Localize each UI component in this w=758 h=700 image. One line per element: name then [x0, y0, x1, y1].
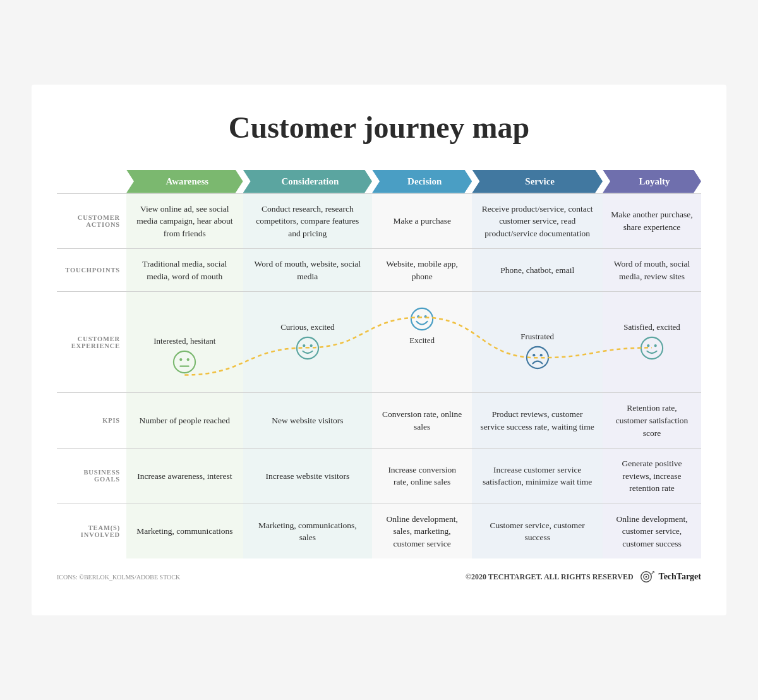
cell-r0-c3: Receive product/service, contact custome…	[472, 193, 603, 249]
smiley-smile-4	[640, 336, 664, 364]
stage-arrow-awareness: Awareness	[126, 170, 243, 193]
cell-r5-c2: Online development, sales, marketing, cu…	[372, 504, 472, 558]
cell-r3-c4: Retention rate, customer satisfaction sc…	[603, 393, 701, 449]
cell-r3-c2: Conversion rate, online sales	[372, 393, 472, 449]
cell-r5-c1: Marketing, communications, sales	[243, 504, 372, 558]
cell-r1-c0: Traditional media, social media, word of…	[126, 249, 243, 292]
cell-r1-c3: Phone, chatbot, email	[472, 249, 603, 292]
cell-r3-c0: Number of people reached	[126, 393, 243, 449]
svg-point-2	[187, 358, 190, 361]
svg-point-9	[424, 315, 427, 318]
stage-arrow-loyalty: Loyalty	[603, 170, 701, 193]
svg-point-10	[527, 346, 548, 368]
page-wrapper: Customer journey map Awareness Considera…	[32, 85, 726, 616]
row-label-1: TOUCHPOINTS	[57, 249, 126, 292]
stage-loyalty: Loyalty	[603, 170, 701, 194]
svg-point-4	[297, 337, 318, 358]
row-label-0: CUSTOMERACTIONS	[57, 193, 126, 249]
smiley-smile-1	[296, 336, 320, 364]
smiley-neutral-0	[172, 350, 196, 378]
experience-cell-3: Frustrated	[472, 292, 603, 393]
cell-r4-c3: Increase customer service satisfaction, …	[472, 449, 603, 504]
svg-point-15	[654, 344, 657, 347]
row-label-4: BUSINESSGOALS	[57, 449, 126, 504]
footer-right: ©2020 TECHTARGET. ALL RIGHTS RESERVED	[466, 572, 634, 582]
cell-r1-c1: Word of mouth, website, social media	[243, 249, 372, 292]
svg-point-12	[539, 354, 542, 356]
stage-header-label	[57, 170, 126, 194]
stage-arrow-decision: Decision	[372, 170, 472, 193]
cell-r4-c2: Increase conversion rate, online sales	[372, 449, 472, 504]
stage-arrow-consideration: Consideration	[243, 170, 372, 193]
logo-text: TechTarget	[659, 572, 701, 582]
emotion-text-1: Curious, excited	[280, 322, 334, 334]
footer-logo: ©2020 TECHTARGET. ALL RIGHTS RESERVED Te…	[466, 570, 701, 584]
cell-r5-c4: Online development, customer service, cu…	[603, 504, 701, 558]
smiley-sad-3	[526, 346, 550, 373]
cell-r0-c1: Conduct research, research competitors, …	[243, 193, 372, 249]
svg-point-18	[645, 576, 647, 578]
journey-table: Awareness Consideration Decision Service…	[57, 170, 701, 559]
cell-r3-c1: New website visitors	[243, 393, 372, 449]
row-label-3: KPIS	[57, 393, 126, 449]
stage-decision: Decision	[372, 170, 472, 194]
row-label-5: TEAM(S)INVOLVED	[57, 504, 126, 558]
emotion-text-3: Frustrated	[520, 331, 554, 343]
svg-point-13	[641, 337, 663, 358]
svg-line-19	[651, 572, 654, 574]
footer-left: ICONS: ©BERLOK_KOLMS/ADOBE STOCK	[57, 574, 180, 581]
experience-cell-2: Excited	[372, 292, 472, 393]
svg-point-0	[174, 351, 195, 373]
cell-r0-c0: View online ad, see social media campaig…	[126, 193, 243, 249]
emotion-text-2: Excited	[409, 335, 435, 347]
cell-r4-c1: Increase website visitors	[243, 449, 372, 504]
experience-cell-0: Interested, hesitant	[126, 292, 243, 393]
svg-point-8	[417, 315, 419, 318]
svg-point-11	[532, 354, 535, 356]
svg-point-1	[180, 358, 183, 361]
cell-r0-c2: Make a purchase	[372, 193, 472, 249]
footer: ICONS: ©BERLOK_KOLMS/ADOBE STOCK ©2020 T…	[57, 570, 701, 584]
cell-r3-c3: Product reviews, customer service succes…	[472, 393, 603, 449]
cell-r5-c3: Customer service, customer success	[472, 504, 603, 558]
stage-service: Service	[472, 170, 603, 194]
svg-point-7	[411, 308, 433, 330]
cell-r0-c4: Make another purchase, share experience	[603, 193, 701, 249]
cell-r4-c0: Increase awareness, interest	[126, 449, 243, 504]
emotion-text-0: Interested, hesitant	[153, 335, 215, 347]
experience-cell-1: Curious, excited	[243, 292, 372, 393]
page-title: Customer journey map	[57, 110, 701, 145]
cell-r4-c4: Generate positive reviews, increase rete…	[603, 449, 701, 504]
emotion-text-4: Satisfied, excited	[623, 322, 680, 334]
techtarget-logo-icon	[637, 570, 655, 584]
cell-r5-c0: Marketing, communications	[126, 504, 243, 558]
smiley-happy-2	[410, 307, 434, 335]
cell-r1-c2: Website, mobile app, phone	[372, 249, 472, 292]
stage-arrow-service: Service	[472, 170, 603, 193]
experience-cell-4: Satisfied, excited	[603, 292, 701, 393]
svg-point-5	[303, 344, 305, 347]
stage-consideration: Consideration	[243, 170, 372, 194]
row-label-2: CUSTOMEREXPERIENCE	[57, 292, 126, 393]
svg-point-6	[310, 344, 312, 347]
stage-awareness: Awareness	[126, 170, 243, 194]
cell-r1-c4: Word of mouth, social media, review site…	[603, 249, 701, 292]
svg-point-14	[647, 344, 649, 347]
